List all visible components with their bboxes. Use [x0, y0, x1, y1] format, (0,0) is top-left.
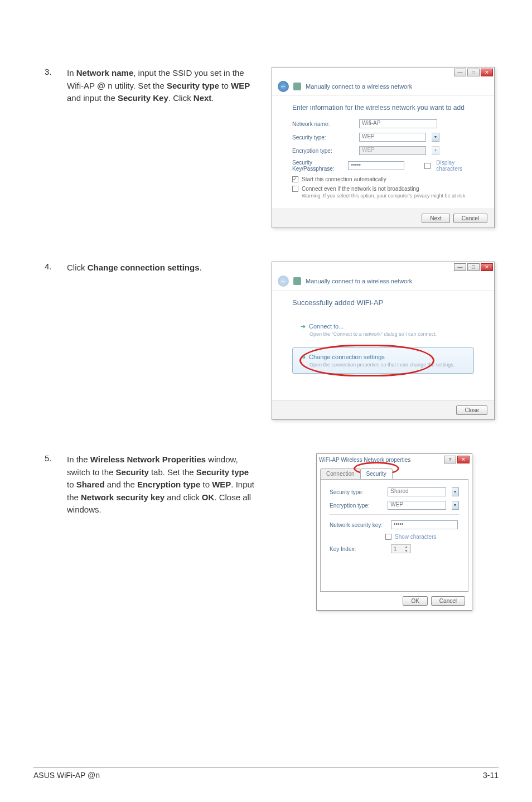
t: to: [200, 480, 212, 489]
label-key-index: Key Index:: [330, 546, 385, 552]
ok-button[interactable]: OK: [403, 596, 427, 606]
back-icon[interactable]: ←: [278, 81, 289, 92]
input-network-name[interactable]: Wifi-AP: [359, 119, 437, 128]
close-button[interactable]: ✕: [457, 456, 470, 463]
t: .: [200, 263, 202, 272]
select-encryption-type[interactable]: WEP: [388, 501, 446, 510]
tab-security[interactable]: Security: [360, 468, 393, 479]
t: In: [67, 68, 76, 78]
dialog-body: Successfully added WiFi-AP ➔Connect to..…: [272, 291, 494, 400]
option-title: Change connection settings: [309, 354, 385, 360]
help-button[interactable]: ?: [444, 456, 456, 463]
dialog-footer: OK Cancel: [317, 596, 472, 610]
step-3-number: 3.: [33, 67, 56, 76]
step-4-screenshot: — □ ✕ ← Manually connect to a wireless n…: [268, 262, 499, 420]
t: and input the: [67, 93, 118, 103]
breadcrumb-text: Manually connect to a wireless network: [306, 83, 412, 90]
row-network-name: Network name: Wifi-AP: [292, 119, 474, 128]
input-network-key[interactable]: •••••: [391, 520, 458, 529]
arrow-icon: ➔: [301, 354, 306, 360]
t: In the: [67, 455, 90, 464]
close-button[interactable]: ✕: [481, 263, 493, 271]
row-security-key: Security Key/Passphrase: ••••• Display c…: [292, 160, 474, 172]
footer-right: 3-11: [483, 771, 499, 780]
footer-left: ASUS WiFi-AP @n: [33, 771, 100, 780]
t: Security Key: [118, 93, 168, 103]
label-security-type: Security type:: [330, 489, 382, 495]
t: Shared: [76, 480, 105, 489]
next-button[interactable]: Next: [422, 214, 450, 223]
t: Encryption type: [137, 480, 200, 489]
success-heading: Successfully added WiFi-AP: [292, 298, 474, 307]
dialog-footer: Close: [272, 400, 494, 419]
t: WEP: [212, 480, 231, 489]
breadcrumb-text: Manually connect to a wireless network: [306, 278, 412, 284]
step-4-row: 4. Click Change connection settings. — □…: [33, 262, 499, 420]
minimize-button[interactable]: —: [454, 263, 466, 271]
t: Security: [116, 467, 149, 477]
tab-connection[interactable]: Connection: [320, 468, 361, 479]
dialog-footer: Next Cancel: [272, 209, 494, 228]
chevron-down-icon[interactable]: ▾: [452, 487, 459, 496]
checkbox-start-auto[interactable]: [292, 176, 298, 182]
row-net-key: Network security key: •••••: [330, 520, 459, 529]
label-connect-hidden: Connect even if the network is not broad…: [302, 186, 419, 192]
row-connect-hidden: Connect even if the network is not broad…: [292, 186, 474, 192]
minimize-button[interactable]: —: [454, 69, 466, 76]
dialog-title: WiFi-AP Wireless Network properties: [319, 457, 410, 463]
input-security-key[interactable]: •••••: [348, 161, 404, 170]
label-network-name: Network name:: [292, 121, 354, 127]
option-connect-to[interactable]: ➔Connect to... Open the "Connect to a ne…: [292, 317, 474, 343]
t: Next: [194, 93, 212, 103]
option-subtitle: Open the "Connect to a network" dialog s…: [309, 331, 466, 337]
row-key-index: Key Index: 1 ▲▼: [330, 544, 459, 553]
divider: [330, 514, 459, 515]
chevron-down-icon: ▾: [432, 146, 439, 155]
checkbox-show-chars[interactable]: [385, 534, 391, 540]
wizard-dialog: — □ ✕ ← Manually connect to a wireless n…: [272, 262, 495, 420]
option-change-settings[interactable]: ➔Change connection settings Open the con…: [292, 347, 474, 374]
title-bar: WiFi-AP Wireless Network properties ? ✕: [317, 454, 472, 465]
option-subtitle: Open the connection properties so that I…: [309, 362, 466, 368]
row-security-type: Security type: WEP ▾: [292, 133, 474, 142]
chevron-down-icon[interactable]: ▾: [452, 501, 459, 510]
t: WEP: [231, 81, 250, 90]
warning-text: Warning: If you select this option, your…: [302, 193, 474, 199]
wizard-dialog: — □ ✕ ← Manually connect to a wireless n…: [272, 67, 495, 228]
chevron-down-icon[interactable]: ▾: [432, 133, 439, 142]
cancel-button[interactable]: Cancel: [453, 214, 487, 223]
maximize-button[interactable]: □: [467, 263, 480, 271]
select-security-type[interactable]: WEP: [359, 133, 426, 142]
step-3-text: In Network name, input the SSID you set …: [67, 67, 257, 105]
tab-strip: Connection Security: [317, 465, 472, 479]
t: Security type: [167, 81, 219, 90]
spinner-arrows-icon[interactable]: ▲▼: [404, 545, 408, 553]
row-encryption-type: Encryption type: WEP ▾: [292, 146, 474, 155]
label-show-chars: Show characters: [395, 534, 436, 540]
cancel-button[interactable]: Cancel: [431, 596, 465, 606]
select-security-type[interactable]: Shared: [388, 487, 446, 496]
checkbox-connect-hidden[interactable]: [292, 186, 298, 192]
title-bar: — □ ✕: [272, 67, 494, 78]
step-3-screenshot: — □ ✕ ← Manually connect to a wireless n…: [268, 67, 499, 228]
t: Security type: [196, 467, 249, 477]
t: Click: [67, 263, 88, 272]
t: Network security key: [81, 492, 165, 502]
t: Wireless Network Properities: [90, 455, 206, 464]
t: and click: [165, 492, 202, 502]
checkbox-display-chars[interactable]: [424, 163, 431, 169]
close-button[interactable]: ✕: [481, 69, 493, 76]
dialog-heading: Enter information for the wireless netwo…: [292, 104, 474, 112]
spinner-key-index[interactable]: 1 ▲▼: [391, 544, 411, 553]
row-show-chars: Show characters: [385, 534, 459, 540]
t: Network name: [76, 68, 134, 78]
label-security-key: Security Key/Passphrase:: [292, 160, 342, 172]
security-tab-body: Security type: Shared ▾ Encryption type:…: [320, 479, 468, 592]
close-dialog-button[interactable]: Close: [456, 405, 487, 415]
t: and the: [105, 480, 137, 489]
option-title: Connect to...: [309, 323, 344, 330]
dialog-body: Enter information for the wireless netwo…: [272, 96, 494, 209]
label-security-type: Security type:: [292, 134, 354, 141]
step-5-row: 5. In the Wireless Network Properities w…: [33, 453, 499, 611]
maximize-button[interactable]: □: [467, 69, 480, 76]
